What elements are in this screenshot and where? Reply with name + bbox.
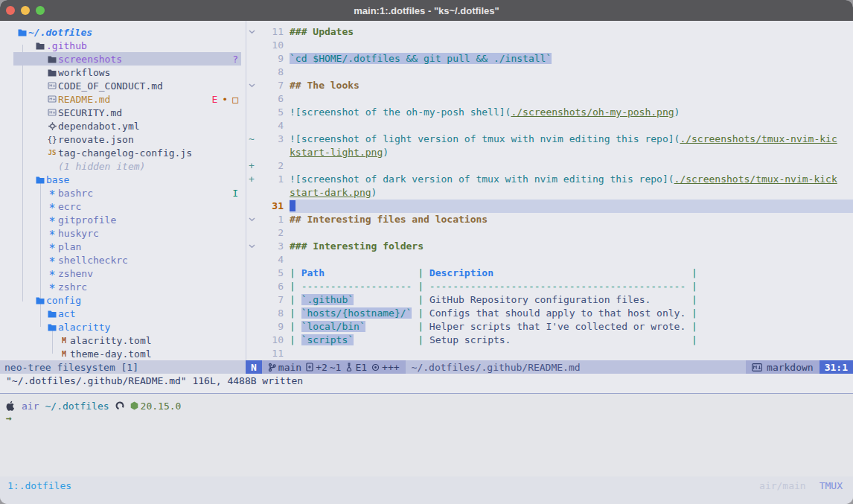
editor-line[interactable]: 31: [246, 200, 853, 213]
editor-line-text: [290, 119, 853, 133]
editor-line[interactable]: 10| `scripts` | Setup scripts. |: [246, 334, 853, 347]
editor-line[interactable]: 11### Updates: [246, 25, 853, 39]
git-sign: [246, 186, 257, 200]
editor-line-text: ### Interesting folders: [290, 240, 853, 253]
tree-item-label: huskyrc: [58, 228, 99, 239]
tree-item[interactable]: screenshots?: [0, 52, 246, 66]
tree-item[interactable]: {}renovate.json: [0, 133, 246, 146]
tree-item-badge: □: [232, 94, 238, 105]
folder-open-icon: [34, 296, 46, 304]
git-sign: [246, 334, 257, 347]
editor-line[interactable]: start-dark.png): [246, 186, 853, 200]
editor-buffer[interactable]: 11### Updates109`cd $HOME/.dotfiles && g…: [246, 21, 853, 360]
git-section: main +2 ~1 E1 +++: [262, 360, 406, 374]
tree-item[interactable]: *huskyrc: [0, 226, 246, 240]
editor-line[interactable]: 2: [246, 226, 853, 240]
tree-item[interactable]: *zshrc: [0, 280, 246, 293]
editor-line-text: [290, 39, 853, 52]
editor-line[interactable]: kstart-light.png): [246, 146, 853, 159]
tree-item[interactable]: *bashrcI: [0, 186, 246, 200]
cwd-path: ~/.dotfiles: [45, 401, 109, 412]
editor-line-text: | `scripts` | Setup scripts. |: [290, 334, 853, 347]
editor-line-text: [290, 200, 853, 213]
shell-pane[interactable]: air ~/.dotfiles 20.15.0 →: [0, 394, 853, 476]
tree-item[interactable]: alacritty: [0, 320, 246, 334]
line-number: 10: [257, 334, 284, 347]
tree-item-label: alacritty: [58, 322, 110, 333]
tree-item-badge: I: [232, 188, 238, 199]
editor-line[interactable]: 5| Path | Description |: [246, 267, 853, 280]
neo-tree-sidebar[interactable]: ~/.dotfiles.githubscreenshots?workflowsC…: [0, 21, 246, 360]
tree-item[interactable]: ~/.dotfiles: [0, 25, 246, 39]
tree-item[interactable]: Malacritty.toml: [0, 334, 246, 347]
editor-line[interactable]: 10: [246, 39, 853, 52]
tree-item[interactable]: (1 hidden item): [0, 159, 246, 173]
editor-line[interactable]: 4: [246, 119, 853, 133]
tree-item[interactable]: act: [0, 307, 246, 320]
tree-item[interactable]: SECURITY.md: [0, 106, 246, 119]
close-button[interactable]: [6, 6, 15, 15]
line-number: 6: [257, 92, 284, 106]
editor-line[interactable]: +2: [246, 159, 853, 173]
tmux-window-item[interactable]: 1:.dotfiles: [7, 480, 71, 491]
line-number: 3: [257, 133, 284, 146]
editor-line[interactable]: 7## The looks: [246, 79, 853, 92]
zoom-button[interactable]: [36, 6, 45, 15]
tree-item[interactable]: *zshenv: [0, 267, 246, 280]
editor-line-text: | Path | Description |: [290, 267, 853, 280]
tree-item[interactable]: *plan: [0, 240, 246, 253]
tree-item-label: .github: [46, 40, 87, 51]
tree-item[interactable]: *shellcheckrc: [0, 253, 246, 267]
md-file-icon: [46, 95, 58, 103]
tree-item[interactable]: README.mdE•□: [0, 92, 246, 106]
editor-line[interactable]: 3### Interesting folders: [246, 240, 853, 253]
github-icon: [115, 401, 124, 410]
tree-item[interactable]: JStag-changelog-config.js: [0, 146, 246, 159]
file-path: ~/.dotfiles/.github/README.md: [412, 362, 581, 373]
git-sign: [246, 119, 257, 133]
tree-item[interactable]: *ecrc: [0, 200, 246, 213]
editor-line[interactable]: 5![screenshot of the oh-my-posh shell](.…: [246, 106, 853, 119]
editor-line[interactable]: ~3![screenshot of light version of tmux …: [246, 133, 853, 146]
editor-line[interactable]: 8| `hosts/{hostname}/` | Configs that sh…: [246, 307, 853, 320]
star-icon: *: [46, 217, 58, 223]
tmux-label: TMUX: [820, 480, 843, 491]
gear-icon: [46, 122, 58, 130]
tree-item[interactable]: config: [0, 293, 246, 307]
git-sign: [246, 293, 257, 307]
tmux-status-bar: 1:.dotfiles air/main TMUX: [0, 476, 853, 504]
circle-icon: [371, 363, 380, 371]
cursor-block: [290, 200, 295, 211]
editor-line[interactable]: 6| ------------------- | ---------------…: [246, 280, 853, 293]
git-branch-item: main: [268, 362, 301, 373]
editor-line[interactable]: +1![screenshot of dark version of tmux w…: [246, 173, 853, 186]
tree-item[interactable]: *gitprofile: [0, 213, 246, 226]
flask-icon: [345, 363, 353, 371]
editor-line[interactable]: 6: [246, 92, 853, 106]
editor-line[interactable]: 11: [246, 347, 853, 360]
editor-line[interactable]: 8: [246, 66, 853, 79]
tree-item-label: ecrc: [58, 201, 81, 212]
nvim-statusline: N main +2 ~1 E1 +++ ~/.dotfiles/.github/…: [246, 360, 853, 374]
tree-item[interactable]: CODE_OF_CONDUCT.md: [0, 79, 246, 92]
prompt-arrow: →: [6, 412, 12, 426]
markdown-icon: [752, 363, 762, 371]
tree-item[interactable]: .github: [0, 39, 246, 52]
md-file-icon: [46, 108, 58, 117]
tree-item[interactable]: dependabot.yml: [0, 119, 246, 133]
editor-line[interactable]: 9`cd $HOME/.dotfiles && git pull && ./in…: [246, 52, 853, 66]
minimize-button[interactable]: [21, 6, 30, 15]
tree-item[interactable]: base: [0, 173, 246, 186]
tree-item-badge: ?: [232, 54, 238, 65]
tree-item[interactable]: Mtheme-day.toml: [0, 347, 246, 360]
line-number: 3: [257, 240, 284, 253]
git-sign: [246, 200, 257, 213]
editor-line[interactable]: 7| `.github` | GitHub Repository configu…: [246, 293, 853, 307]
editor-line[interactable]: 1## Interesting files and locations: [246, 213, 853, 226]
editor-line[interactable]: 9| `local/bin` | Helper scripts that I'v…: [246, 320, 853, 334]
tree-item[interactable]: workflows: [0, 66, 246, 79]
editor-line[interactable]: 4: [246, 253, 853, 267]
write-message: "~/.dotfiles/.github/README.md" 116L, 44…: [6, 375, 303, 386]
line-number: 5: [257, 267, 284, 280]
editor-line-text: [290, 159, 853, 173]
